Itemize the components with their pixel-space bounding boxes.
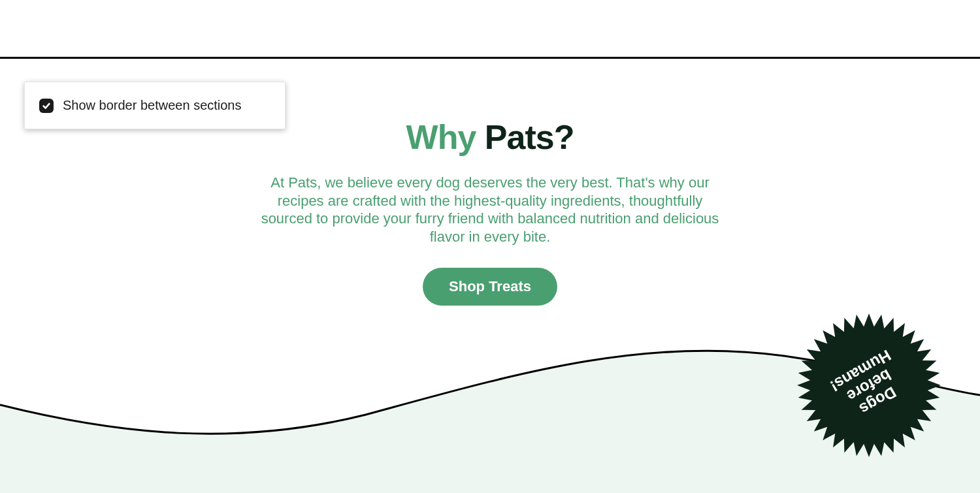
show-border-checkbox[interactable]: [39, 99, 54, 113]
page: Show border between sections Why Pats? A…: [0, 0, 980, 493]
show-border-label: Show border between sections: [63, 98, 242, 113]
controls-panel: Show border between sections: [24, 82, 286, 129]
shop-treats-button[interactable]: Shop Treats: [423, 268, 557, 306]
hero-title-accent: Why: [406, 118, 485, 156]
hero-title: Why Pats?: [255, 118, 725, 157]
hero-title-rest: Pats?: [485, 118, 574, 156]
hero-section: Why Pats? At Pats, we believe every dog …: [255, 118, 725, 306]
section-divider: [0, 57, 980, 59]
check-icon: [42, 101, 51, 110]
hero-description: At Pats, we believe every dog deserves t…: [255, 174, 725, 246]
